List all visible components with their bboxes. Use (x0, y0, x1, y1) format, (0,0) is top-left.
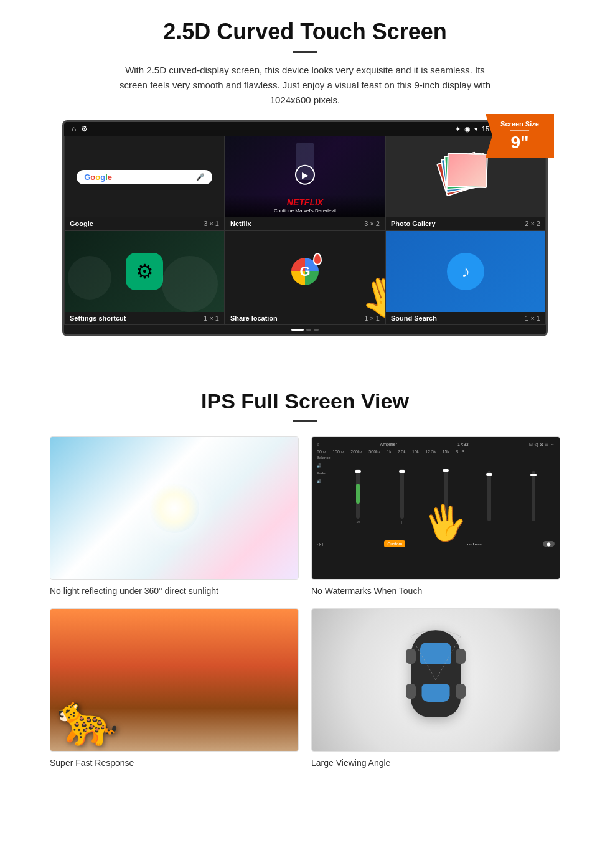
section-divider-line (25, 364, 585, 364)
cheetah-icon: 🐆 (57, 695, 119, 745)
netflix-app-cell[interactable]: ▶ NETFLIX Continue Marvel's Daredevil Ne… (225, 136, 385, 230)
google-mic-icon: 🎤 (196, 173, 205, 181)
sky-image (50, 436, 299, 580)
cheetah-image: 🐆 (50, 608, 299, 752)
settings-app-size: 1 × 1 (204, 314, 219, 322)
sound-app-name: Sound Search (391, 314, 437, 322)
amplifier-image: ⌂ Amplifier 17:33 ⊡ ◁) ⊠ ▭ ← 60hz100hz20… (311, 436, 560, 580)
amp-title: Amplifier (380, 442, 397, 447)
netflix-play-button[interactable]: ▶ (295, 165, 315, 185)
badge-label: Screen Size (494, 120, 545, 128)
netflix-app-size: 3 × 2 (364, 220, 380, 227)
photo-stack (441, 152, 490, 202)
settings-label-bar: Settings shortcut 1 × 1 (65, 312, 224, 324)
share-location-app-cell[interactable]: G 🤚 Share location 1 × 1 (225, 230, 385, 325)
settings-bg-circle2 (68, 256, 111, 300)
status-bar-left: ⌂ ⚙ (72, 125, 88, 133)
section1-title: 2.5D Curved Touch Screen (37, 19, 573, 45)
eq-bar-1: 10 (356, 469, 360, 524)
car-image (311, 608, 560, 752)
sky-visual (50, 437, 298, 579)
feature-grid: No light reflecting under 360° direct su… (37, 436, 573, 768)
eq-bar-5 (532, 471, 535, 521)
music-note-icon: ♪ (447, 253, 484, 290)
amp-side-labels: Balance 🔊 Fader 🔊 (317, 456, 334, 483)
settings-bg-circle1 (162, 256, 218, 312)
car-visual (312, 609, 560, 751)
sound-label-bar: Sound Search 1 × 1 (386, 312, 545, 324)
amp-equalizer: 10 | (337, 456, 555, 537)
scroll-dot-active (291, 329, 304, 331)
section1-divider (293, 51, 317, 53)
viewing-angle-arcs (405, 630, 467, 730)
share-label-bar: Share location 1 × 1 (225, 312, 385, 324)
home-icon: ⌂ (72, 125, 76, 133)
section-curved-touch: 2.5D Curved Touch Screen With 2.5D curve… (0, 0, 610, 345)
wide-angle-label: Large Viewing Angle (311, 758, 560, 768)
google-maps-icon: G (291, 258, 319, 285)
amp-custom-btn[interactable]: Custom (384, 540, 405, 547)
feature-wide-angle: Large Viewing Angle (311, 608, 560, 768)
amp-freq-labels: 60hz100hz200hz500hz1k2.5k10k12.5k15kSUB (317, 450, 555, 454)
bluetooth-icon: ✦ (455, 125, 461, 133)
google-app-size: 3 × 1 (204, 220, 219, 227)
amp-loudness-label: loudness (467, 542, 482, 546)
section1-description: With 2.5D curved-display screen, this de… (112, 63, 498, 108)
scroll-dot-1 (306, 329, 311, 331)
netflix-thumbnail: ▶ NETFLIX Continue Marvel's Daredevil (225, 136, 385, 217)
google-search-bar[interactable]: Google 🎤 (77, 170, 212, 184)
netflix-label-bar: Netflix 3 × 2 (225, 217, 385, 230)
share-app-name: Share location (230, 314, 278, 322)
no-watermark-label: No Watermarks When Touch (311, 586, 560, 596)
usb-icon: ⚙ (81, 125, 88, 133)
fast-response-label: Super Fast Response (50, 758, 299, 768)
settings-app-name: Settings shortcut (70, 314, 126, 322)
gallery-app-name: Photo Gallery (391, 220, 436, 227)
google-app-name: Google (70, 220, 93, 227)
feature-no-reflect: No light reflecting under 360° direct su… (50, 436, 299, 596)
netflix-overlay: NETFLIX Continue Marvel's Daredevil (225, 194, 385, 217)
eq-bar-4 (487, 471, 491, 521)
google-thumbnail: Google 🎤 (65, 136, 224, 217)
eq-bar-2: | (400, 469, 404, 524)
amp-main-area: Balance 🔊 Fader 🔊 (317, 456, 555, 537)
amp-time: 17:33 (458, 442, 469, 447)
device-mockup: Screen Size 9" ⌂ ⚙ ✦ ◉ ▾ 15:06 ⊡ ◁) ⊠ (62, 120, 548, 336)
google-logo: Google (84, 172, 112, 182)
sun-glow (149, 483, 199, 533)
amp-home-icon: ⌂ (317, 442, 319, 447)
gallery-label-bar: Photo Gallery 2 × 2 (386, 217, 545, 230)
section-ips-fullscreen: IPS Full Screen View No light reflecting… (0, 383, 610, 780)
google-label-bar: Google 3 × 1 (65, 217, 224, 230)
netflix-brand-text: NETFLIX (230, 198, 380, 207)
settings-thumbnail: ⚙ (65, 231, 224, 312)
badge-size-value: 9" (494, 134, 545, 151)
netflix-app-name: Netflix (230, 220, 251, 227)
section2-divider (293, 420, 317, 422)
sound-app-size: 1 × 1 (525, 314, 540, 322)
screen-size-badge: Screen Size 9" (486, 114, 554, 158)
amp-icons: ⊡ ◁) ⊠ ▭ ← (529, 442, 555, 447)
amp-toggle[interactable]: ⬤ (543, 541, 555, 547)
google-app-cell[interactable]: Google 🎤 Google 3 × 1 (64, 136, 225, 230)
feature-fast-response: 🐆 Super Fast Response (50, 608, 299, 768)
app-grid: Google 🎤 Google 3 × 1 (64, 136, 546, 325)
share-thumbnail: G 🤚 (225, 231, 385, 312)
settings-app-cell[interactable]: ⚙ Settings shortcut 1 × 1 (64, 230, 225, 325)
photo-card-4 (446, 153, 488, 188)
badge-divider (510, 130, 529, 131)
maps-pin (313, 253, 322, 265)
amp-header: ⌂ Amplifier 17:33 ⊡ ◁) ⊠ ▭ ← (317, 442, 555, 447)
no-reflect-label: No light reflecting under 360° direct su… (50, 586, 299, 596)
device-screen: ⌂ ⚙ ✦ ◉ ▾ 15:06 ⊡ ◁) ⊠ ▭ (62, 120, 548, 336)
netflix-subtitle-text: Continue Marvel's Daredevil (230, 208, 380, 214)
wifi-icon: ▾ (474, 125, 478, 133)
settings-icon: ⚙ (126, 253, 163, 290)
amplifier-visual: ⌂ Amplifier 17:33 ⊡ ◁) ⊠ ▭ ← 60hz100hz20… (312, 437, 560, 579)
sound-thumbnail: ♪ (386, 231, 545, 312)
sound-search-app-cell[interactable]: ♪ Sound Search 1 × 1 (385, 230, 546, 325)
status-bar: ⌂ ⚙ ✦ ◉ ▾ 15:06 ⊡ ◁) ⊠ ▭ (64, 122, 546, 136)
section2-title: IPS Full Screen View (37, 389, 573, 413)
location-icon: ◉ (464, 125, 471, 133)
scroll-dots (64, 325, 546, 334)
